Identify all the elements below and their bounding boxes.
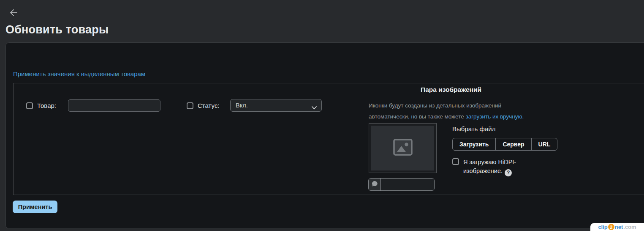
image-upload-thumbnail[interactable] [369, 123, 437, 173]
watermark-two-icon: 2 [608, 224, 614, 230]
comment-addon [369, 179, 381, 190]
hidpi-checkbox[interactable] [452, 158, 459, 165]
status-label: Статус: [198, 102, 220, 109]
product-label: Товар: [37, 102, 56, 109]
update-products-page: { "header": { "title": "Обновить товары"… [0, 0, 644, 231]
back-button[interactable] [8, 8, 19, 19]
apply-button[interactable]: Применить [13, 201, 57, 213]
arrow-left-icon [9, 8, 18, 19]
image-icon [393, 139, 413, 157]
watermark-clip: clip [598, 224, 607, 230]
image-pair-help-text: Иконки будут созданы из детальных изобра… [369, 100, 543, 122]
clip2net-watermark: clip2net.com [590, 223, 644, 231]
apply-values-link[interactable]: Применить значения к выделенным товарам [13, 70, 145, 77]
image-comment-group [368, 178, 435, 191]
watermark-com: .com [623, 224, 636, 230]
status-checkbox[interactable] [187, 102, 193, 109]
choose-file-label: Выбрать файл [452, 125, 495, 132]
upload-button-group: Загрузить Сервер URL [452, 138, 557, 151]
chevron-down-icon [312, 104, 317, 111]
watermark-net: net [615, 224, 623, 230]
image-comment-input[interactable] [381, 179, 434, 190]
speech-bubble-icon [372, 181, 378, 189]
hidpi-label: Я загружаю HiDPI- изображение.? [463, 158, 516, 176]
help-question-icon[interactable]: ? [505, 169, 512, 176]
image-placeholder [371, 126, 434, 170]
page-title: Обновить товары [5, 23, 109, 36]
server-button[interactable]: Сервер [495, 138, 531, 150]
hidpi-label-line1: Я загружаю HiDPI- [463, 159, 516, 165]
url-button[interactable]: URL [531, 138, 557, 150]
product-checkbox[interactable] [26, 102, 33, 109]
hidpi-label-line2: изображение. [463, 168, 503, 174]
upload-button[interactable]: Загрузить [453, 138, 495, 150]
status-select[interactable]: Вкл. [230, 99, 322, 112]
status-select-value: Вкл. [236, 102, 248, 109]
product-input[interactable] [68, 99, 160, 112]
image-pair-heading: Пара изображений [369, 86, 533, 94]
upload-manually-link[interactable]: загрузить их вручную. [465, 113, 524, 120]
